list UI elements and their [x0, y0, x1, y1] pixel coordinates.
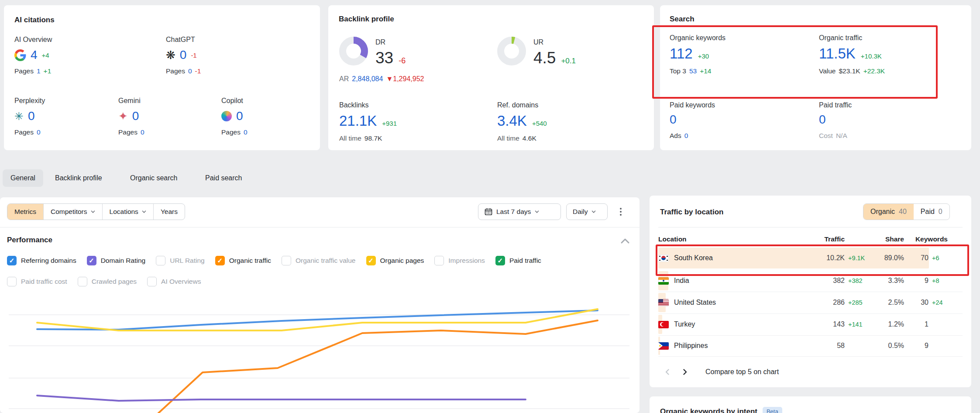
granularity-label: Daily [573, 208, 588, 216]
paid-traffic-value[interactable]: 0 [819, 113, 826, 126]
toggle-paid[interactable]: Paid 0 [914, 204, 949, 220]
checkbox-impressions[interactable]: Impressions [434, 256, 485, 265]
pagination-row: Compare top 5 on chart [650, 364, 971, 380]
ref-domains-label: Ref. domains [497, 100, 547, 109]
paid-keywords-value[interactable]: 0 [670, 113, 677, 126]
traffic-value: 382 [812, 277, 845, 285]
backlinks-delta: +931 [382, 120, 397, 127]
location-name[interactable]: United States [674, 299, 716, 306]
ai-citations-title: AI citations [14, 15, 55, 24]
row-divider [658, 356, 963, 357]
organic-count: 40 [899, 208, 907, 216]
checkbox-url-rating[interactable]: URL Rating [156, 256, 205, 265]
search-card: Search Organic keywords 112 +30 Top 3 53… [660, 5, 971, 150]
tab-backlink-profile[interactable]: Backlink profile [47, 169, 110, 187]
metric-value[interactable]: 0 [132, 109, 139, 123]
metric-checkbox-row-1: Referring domains Domain Rating URL Rati… [7, 256, 541, 265]
header-share[interactable]: Share [870, 235, 904, 243]
share-value: 0.5% [870, 342, 904, 350]
ur-donut-chart [497, 37, 526, 65]
filter-button-group: Metrics Competitors Locations Years [7, 203, 185, 220]
date-range-button[interactable]: Last 7 days [478, 203, 561, 220]
traffic-by-location-title: Traffic by location [660, 208, 723, 217]
years-button[interactable]: Years [154, 204, 185, 220]
table-row-south-korea[interactable]: South Korea 10.2K +9.1K 89.0% 70 +6 [650, 246, 971, 270]
checkbox-domain-rating[interactable]: Domain Rating [87, 256, 146, 265]
traffic-delta: +141 [845, 321, 870, 328]
checkbox-icon [495, 256, 505, 265]
checkbox-paid-traffic[interactable]: Paid traffic [495, 256, 541, 265]
locations-button[interactable]: Locations [103, 204, 154, 220]
more-options-kebab-icon[interactable] [620, 206, 622, 217]
header-location[interactable]: Location [658, 235, 812, 243]
pages-row: Pages 0 [118, 128, 144, 136]
metric-value[interactable]: 0 [28, 109, 35, 123]
location-name[interactable]: South Korea [674, 254, 713, 262]
backlinks-value[interactable]: 21.1K [339, 113, 377, 129]
table-row-united-states[interactable]: United States 286 +285 2.5% 30 +24 [650, 292, 971, 313]
checkbox-icon [7, 256, 17, 265]
paid-count: 0 [939, 208, 942, 216]
keywords-value[interactable]: 30 [904, 299, 928, 306]
competitors-button[interactable]: Competitors [44, 204, 103, 220]
location-name[interactable]: Philippines [674, 342, 708, 350]
keywords-delta: +8 [928, 277, 948, 284]
table-row-turkey[interactable]: Turkey 143 +141 1.2% 1 [650, 313, 971, 335]
next-page-chevron-icon[interactable] [681, 368, 689, 376]
keywords-value[interactable]: 70 [904, 254, 928, 262]
ai-citation-chatgpt: ChatGPT ❋ 0 -1 Pages 0 -1 [166, 36, 201, 75]
tab-paid-search[interactable]: Paid search [197, 169, 250, 187]
header-keywords[interactable]: Keywords [904, 235, 948, 243]
chart-line-domain-rating [37, 396, 526, 401]
compare-top5-link[interactable]: Compare top 5 on chart [705, 368, 779, 376]
tab-general[interactable]: General [3, 169, 43, 187]
metric-label: ChatGPT [166, 36, 201, 44]
organic-keywords-value[interactable]: 112 [670, 45, 693, 62]
table-row-philippines[interactable]: Philippines 58 0.5% 9 [650, 335, 971, 356]
keywords-value[interactable]: 9 [904, 342, 928, 350]
gemini-icon: ✦ [118, 110, 128, 122]
organic-traffic-value[interactable]: 11.5K [819, 45, 856, 62]
checkbox-organic-pages[interactable]: Organic pages [366, 256, 424, 265]
checkbox-paid-traffic-cost[interactable]: Paid traffic cost [7, 277, 67, 286]
checkbox-icon [215, 256, 225, 265]
checkbox-icon [282, 256, 291, 265]
keywords-value[interactable]: 9 [904, 277, 928, 285]
checkbox-crawled-pages[interactable]: Crawled pages [78, 277, 137, 286]
checkbox-organic-traffic[interactable]: Organic traffic [215, 256, 271, 265]
chevron-down-icon [142, 210, 146, 214]
traffic-by-location-card: Traffic by location Organic 40 Paid 0 Lo… [650, 196, 971, 387]
traffic-value: 143 [812, 320, 845, 328]
location-name[interactable]: India [674, 277, 689, 285]
checkbox-referring-domains[interactable]: Referring domains [7, 256, 76, 265]
toggle-organic[interactable]: Organic 40 [863, 204, 914, 220]
divider [0, 227, 640, 227]
keywords-value[interactable]: 1 [904, 320, 928, 328]
ref-domains-delta: +540 [532, 120, 547, 127]
metric-label: AI Overview [14, 36, 52, 44]
granularity-button[interactable]: Daily [566, 203, 608, 220]
organic-traffic-label: Organic traffic [819, 33, 885, 42]
traffic-value: 286 [812, 299, 845, 306]
header-traffic[interactable]: Traffic [812, 235, 845, 243]
checkbox-ai-overviews[interactable]: AI Overviews [147, 277, 201, 286]
checkbox-organic-traffic-value[interactable]: Organic traffic value [282, 256, 356, 265]
table-row-india[interactable]: India 382 +382 3.3% 9 +8 [650, 270, 971, 292]
performance-line-chart[interactable] [0, 288, 640, 413]
organic-keywords-delta: +30 [698, 52, 709, 60]
metric-value[interactable]: 0 [180, 48, 187, 62]
location-name[interactable]: Turkey [674, 320, 695, 328]
ref-domains-value[interactable]: 3.4K [497, 113, 527, 129]
ur-label: UR [533, 38, 544, 46]
metric-value[interactable]: 4 [31, 48, 38, 62]
collapse-chevron-up-icon[interactable] [620, 237, 630, 244]
backlink-profile-card: Backlink profile DR 33 -6 AR 2,848,084 ▼… [328, 5, 654, 150]
share-value: 1.2% [870, 320, 904, 328]
metric-value[interactable]: 0 [236, 109, 243, 123]
traffic-delta: +9.1K [845, 255, 870, 262]
keywords-delta: +24 [928, 299, 948, 306]
tab-organic-search[interactable]: Organic search [122, 169, 186, 187]
dr-value: 33 [375, 49, 393, 67]
prev-page-chevron-icon[interactable] [664, 368, 671, 376]
metrics-button[interactable]: Metrics [7, 204, 44, 220]
